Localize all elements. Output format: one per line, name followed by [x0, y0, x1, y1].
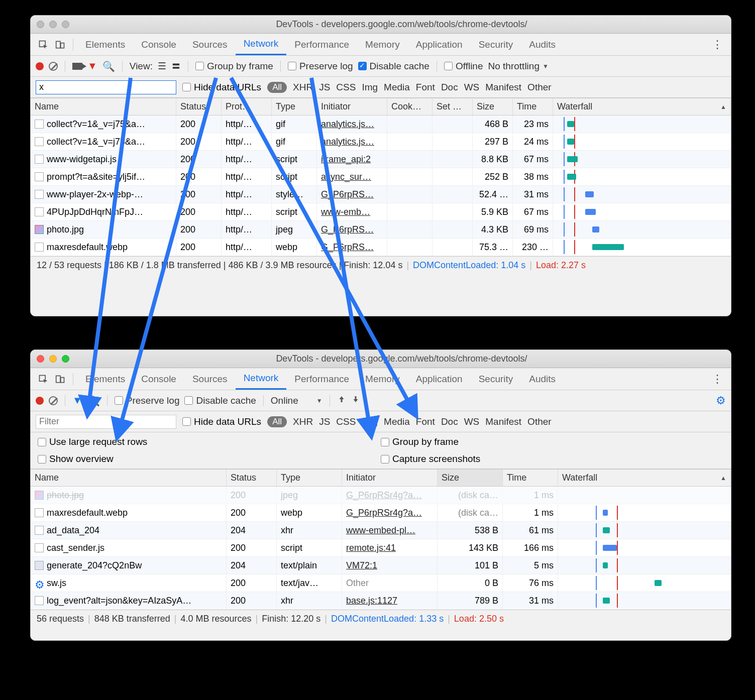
col-waterfall[interactable]: Waterfall▲	[558, 470, 731, 486]
filter-type-media[interactable]: Media	[384, 82, 410, 93]
col-status[interactable]: Status	[227, 470, 277, 486]
col-time[interactable]: Time	[513, 98, 553, 115]
filter-type-js[interactable]: JS	[319, 82, 330, 93]
table-row[interactable]: 4PUpJpDdHqrNInFpJ… 200 http/… script www…	[31, 203, 731, 221]
clear-icon[interactable]	[49, 396, 58, 405]
cell-initiator[interactable]: VM72:1	[342, 557, 438, 574]
inspect-icon[interactable]	[38, 374, 49, 385]
record-button[interactable]	[36, 62, 44, 70]
col-initiator[interactable]: Initiator	[342, 470, 438, 486]
capture-screenshots-checkbox[interactable]: Capture screenshots	[381, 453, 724, 464]
filter-type-ws[interactable]: WS	[464, 82, 480, 93]
filter-type-css[interactable]: CSS	[336, 82, 356, 93]
col-waterfall[interactable]: Waterfall▲	[553, 98, 731, 115]
tab-elements[interactable]: Elements	[77, 368, 133, 390]
filter-type-xhr[interactable]: XHR	[293, 82, 313, 93]
filter-icon[interactable]: ▼	[87, 60, 97, 72]
table-row[interactable]: maxresdefault.webp 200 webp G_P6rpRSr4g?…	[31, 504, 731, 522]
filter-type-js[interactable]: JS	[319, 416, 330, 427]
disable-cache-checkbox[interactable]: Disable cache	[358, 61, 429, 72]
filter-type-img[interactable]: Img	[362, 82, 378, 93]
search-icon[interactable]: 🔍	[102, 60, 115, 72]
filter-type-css[interactable]: CSS	[336, 416, 356, 427]
table-row[interactable]: photo.jpg 200 http/… jpeg G_P6rpRS… 4.3 …	[31, 221, 731, 239]
search-icon[interactable]: 🔍	[87, 395, 100, 407]
table-row[interactable]: maxresdefault.webp 200 http/… webp G_P6r…	[31, 239, 731, 256]
group-by-frame-checkbox[interactable]: Group by frame	[381, 436, 724, 447]
group-by-frame-checkbox[interactable]: Group by frame	[195, 61, 273, 72]
filter-type-img[interactable]: Img	[362, 416, 378, 427]
tab-elements[interactable]: Elements	[77, 34, 133, 55]
tab-audits[interactable]: Audits	[521, 34, 564, 55]
device-icon[interactable]	[55, 374, 66, 385]
cell-initiator[interactable]: remote.js:41	[342, 539, 438, 556]
tab-security[interactable]: Security	[471, 34, 521, 55]
tab-memory[interactable]: Memory	[357, 34, 408, 55]
hide-data-urls-checkbox[interactable]: Hide data URLs	[182, 416, 261, 427]
table-row[interactable]: log_event?alt=json&key=AIzaSyA… 200 xhr …	[31, 592, 731, 610]
filter-type-all[interactable]: All	[267, 416, 287, 427]
cell-initiator[interactable]: G_P6rpRSr4g?a…	[342, 504, 438, 521]
download-icon[interactable]	[351, 395, 360, 406]
filter-type-xhr[interactable]: XHR	[293, 416, 313, 427]
col-name[interactable]: Name	[31, 470, 227, 486]
table-row[interactable]: ⚙sw.js 200 text/jav… Other 0 B 76 ms	[31, 574, 731, 592]
overview-icon[interactable]: 〓	[171, 60, 181, 73]
traffic-zoom[interactable]	[62, 21, 69, 28]
cell-initiator[interactable]: async_sur…	[317, 168, 387, 185]
table-row[interactable]: collect?v=1&_v=j75&a… 200 http/… gif ana…	[31, 133, 731, 151]
col-type[interactable]: Type	[277, 470, 342, 486]
filter-type-all[interactable]: All	[267, 82, 287, 93]
throttling-select[interactable]: No throttling▼	[488, 61, 549, 72]
record-button[interactable]	[36, 397, 44, 405]
table-row[interactable]: cast_sender.js 200 script remote.js:41 1…	[31, 539, 731, 557]
tab-console[interactable]: Console	[133, 34, 184, 55]
tab-sources[interactable]: Sources	[184, 34, 236, 55]
col-status[interactable]: Status	[176, 98, 222, 115]
table-row[interactable]: photo.jpg 200 jpeg G_P6rpRSr4g?a… (disk …	[31, 487, 731, 504]
table-row[interactable]: collect?v=1&_v=j75&a… 200 http/… gif ana…	[31, 115, 731, 133]
tab-application[interactable]: Application	[408, 368, 471, 390]
screenshot-icon[interactable]	[72, 63, 82, 70]
tab-network[interactable]: Network	[236, 34, 287, 55]
device-icon[interactable]	[55, 39, 66, 50]
tab-security[interactable]: Security	[471, 368, 521, 390]
col-name[interactable]: Name	[31, 98, 176, 115]
col-protocol[interactable]: Prot…	[222, 98, 272, 115]
filter-type-other[interactable]: Other	[527, 82, 552, 93]
filter-type-font[interactable]: Font	[416, 416, 435, 427]
clear-icon[interactable]	[49, 62, 58, 71]
filter-input[interactable]	[36, 80, 176, 94]
disable-cache-checkbox[interactable]: Disable cache	[184, 395, 256, 406]
tab-audits[interactable]: Audits	[521, 368, 564, 390]
cell-initiator[interactable]: analytics.js…	[317, 115, 387, 133]
col-cookies[interactable]: Cook…	[387, 98, 433, 115]
cell-initiator[interactable]: base.js:1127	[342, 592, 438, 609]
hide-data-urls-checkbox[interactable]: Hide data URLs	[182, 82, 261, 93]
tab-sources[interactable]: Sources	[184, 368, 236, 390]
col-initiator[interactable]: Initiator	[317, 98, 387, 115]
settings-gear-icon[interactable]: ⚙	[716, 394, 726, 407]
preserve-log-checkbox[interactable]: Preserve log	[288, 61, 353, 72]
inspect-icon[interactable]	[38, 39, 49, 50]
online-select[interactable]: Online▼	[271, 395, 322, 406]
cell-initiator[interactable]: G_P6rpRS…	[317, 239, 387, 256]
traffic-zoom[interactable]	[62, 355, 69, 363]
traffic-close[interactable]	[37, 21, 44, 28]
cell-initiator[interactable]: Other	[342, 574, 438, 592]
filter-type-media[interactable]: Media	[384, 416, 410, 427]
cell-initiator[interactable]: www-embed-pl…	[342, 522, 438, 539]
more-icon[interactable]: ⋮	[708, 38, 727, 51]
tab-performance[interactable]: Performance	[286, 34, 357, 55]
col-type[interactable]: Type	[272, 98, 317, 115]
col-time[interactable]: Time	[503, 470, 558, 486]
show-overview-checkbox[interactable]: Show overview	[38, 453, 381, 464]
large-rows-checkbox[interactable]: Use large request rows	[38, 436, 381, 447]
filter-type-doc[interactable]: Doc	[441, 82, 458, 93]
table-row[interactable]: prompt?t=a&site=ylj5if… 200 http/… scrip…	[31, 168, 731, 186]
filter-input[interactable]	[36, 415, 176, 429]
cell-initiator[interactable]: iframe_api:2	[317, 151, 387, 168]
cell-initiator[interactable]: www-emb…	[317, 203, 387, 220]
offline-checkbox[interactable]: Offline	[444, 61, 483, 72]
col-set-cookies[interactable]: Set …	[433, 98, 473, 115]
